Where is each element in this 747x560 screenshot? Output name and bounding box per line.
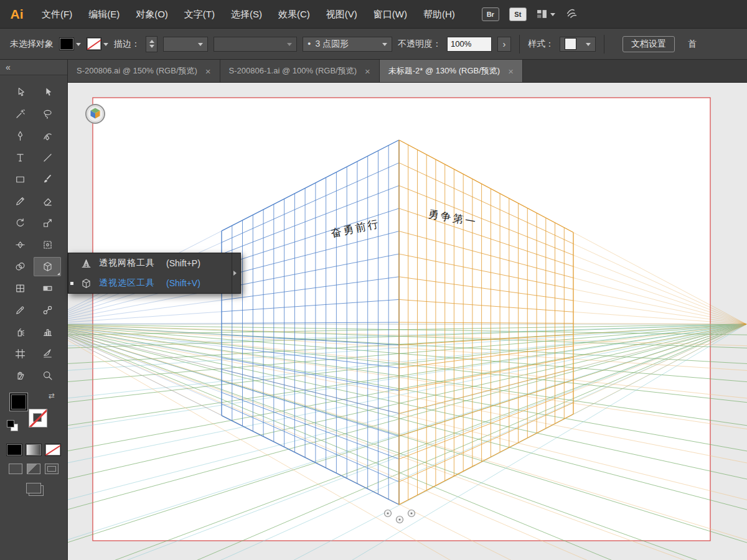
rectangle-tool[interactable] [6,170,34,189]
eyedropper-icon [15,305,26,315]
line-segment-tool[interactable] [34,148,61,167]
collapse-panel-icon[interactable]: « [6,62,11,72]
draw-normal-button[interactable] [9,464,22,474]
bridge-icon[interactable]: Br [482,7,499,21]
flyout-item[interactable]: 透视选区工具(Shift+V) [68,273,232,293]
selection-tool[interactable] [34,83,61,102]
chevron-down-icon[interactable] [586,43,591,49]
fill-color-box[interactable] [9,393,28,411]
plane-switch-widget[interactable] [86,105,105,123]
screen-mode-button[interactable] [26,483,41,493]
menu-item[interactable]: 帮助(H) [415,0,463,28]
fill-swatch[interactable] [59,37,74,50]
screen-mode-row [0,483,67,493]
touch-gesture-icon[interactable] [565,7,579,21]
brush-definition-combo[interactable]: ● 3 点圆形 [303,37,392,52]
tear-off-strip[interactable] [232,253,240,293]
style-label: 样式： [528,39,554,50]
step-up-icon[interactable] [149,37,154,43]
tab-close-icon[interactable]: × [365,67,370,76]
pen-tool[interactable] [6,126,34,146]
chevron-down-icon[interactable] [76,43,81,49]
symbol-sprayer-tool[interactable] [6,322,34,342]
step-down-icon[interactable] [149,45,154,50]
opacity-input[interactable] [447,37,492,52]
chevron-down-icon[interactable] [382,43,387,49]
drawing-modes-row [0,464,67,474]
color-button[interactable] [6,444,22,456]
artboard-tool[interactable] [6,344,34,363]
stroke-color-box[interactable] [29,409,47,427]
stroke-weight-combo[interactable] [163,37,208,52]
eyedropper-tool[interactable] [6,301,34,320]
brush-preview-dot: ● [308,41,311,47]
stroke-none-swatch[interactable] [87,37,101,50]
menu-item[interactable]: 视图(V) [318,0,365,28]
fill-color-control[interactable] [59,37,81,50]
panel-header: « [0,60,67,75]
mesh-tool[interactable] [6,279,34,298]
flyout-item-shortcut: (Shift+P) [166,258,200,268]
canvas-area[interactable]: 奋勇前行 勇争第一 [68,83,747,560]
swap-fill-stroke-icon[interactable]: ⇄ [49,391,55,400]
direct-selection-icon [15,87,26,98]
shape-builder-tool[interactable] [6,257,34,276]
workspace-switcher-icon[interactable] [537,9,555,19]
document-setup-button[interactable]: 文档设置 [622,36,675,52]
zoom-tool[interactable] [34,366,61,385]
type-icon [15,152,26,163]
type-tool[interactable] [6,148,34,167]
none-button[interactable] [45,444,61,456]
menu-items: 文件(F)编辑(E)对象(O)文字(T)选择(S)效果(C)视图(V)窗口(W)… [34,0,463,28]
direct-selection-tool[interactable] [6,83,34,102]
hand-tool[interactable] [6,366,34,385]
stroke-weight-stepper[interactable] [146,36,157,52]
pencil-tool[interactable] [6,192,34,211]
column-graph-icon [42,327,53,337]
rotate-tool[interactable] [6,213,34,233]
stroke-color-control[interactable] [87,37,108,50]
tab-close-icon[interactable]: × [508,67,514,76]
preferences-button-partial[interactable]: 首 [688,39,697,50]
default-swatches-icon[interactable] [7,420,14,427]
chevron-down-icon[interactable] [198,43,203,49]
free-transform-tool[interactable] [34,235,61,254]
eraser-tool[interactable] [34,192,61,211]
style-combo[interactable] [560,37,596,52]
tool-panel: « ⇄ [0,60,68,560]
menu-item[interactable]: 效果(C) [270,0,318,28]
document-tab[interactable]: 未标题-2* @ 130% (RGB/预览)× [380,60,523,82]
gradient-button[interactable] [26,444,42,456]
perspective-tool[interactable] [34,257,61,276]
flyout-item[interactable]: 透视网格工具(Shift+P) [68,253,232,273]
lasso-icon [42,109,53,119]
tab-close-icon[interactable]: × [205,67,211,76]
slice-icon [42,348,53,359]
document-tab[interactable]: S-200806-1.ai @ 100% (RGB/预览)× [220,60,380,82]
draw-behind-button[interactable] [27,464,40,474]
stock-icon[interactable]: St [509,7,527,21]
menu-item[interactable]: 文字(T) [176,0,223,28]
lasso-tool[interactable] [34,105,61,124]
paintbrush-tool[interactable] [34,170,61,189]
artboard-canvas[interactable]: 奋勇前行 勇争第一 [68,83,747,560]
gradient-tool[interactable] [34,279,61,298]
menu-item[interactable]: 对象(O) [128,0,176,28]
opacity-panel-button[interactable]: › [497,37,511,52]
tab-title: S-200806-1.ai @ 100% (RGB/预览) [229,65,357,77]
curvature-tool[interactable] [34,126,61,146]
chevron-down-icon[interactable] [103,43,108,49]
magic-wand-icon [15,109,26,119]
menu-item[interactable]: 选择(S) [223,0,270,28]
blend-tool[interactable] [34,301,61,320]
scale-tool[interactable] [34,213,61,233]
slice-tool[interactable] [34,344,61,363]
menu-item[interactable]: 文件(F) [34,0,80,28]
menu-item[interactable]: 窗口(W) [365,0,415,28]
magic-wand-tool[interactable] [6,105,34,124]
column-graph-tool[interactable] [34,322,61,342]
width-tool[interactable] [6,235,34,254]
document-tab[interactable]: S-200806.ai @ 150% (RGB/预览)× [68,60,220,82]
draw-inside-button[interactable] [45,464,59,474]
menu-item[interactable]: 编辑(E) [80,0,128,28]
